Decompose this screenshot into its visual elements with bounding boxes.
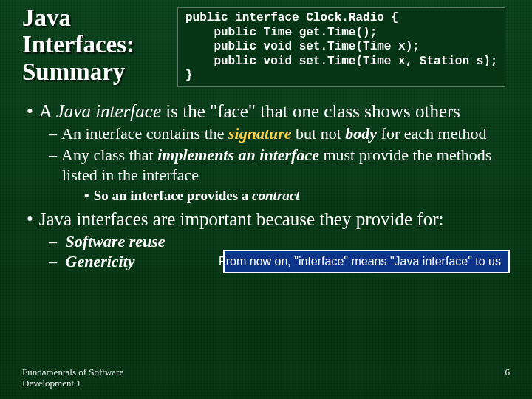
callout-box: From now on, "interface" means "Java int… bbox=[223, 250, 510, 273]
title-line-1: Java bbox=[22, 4, 71, 31]
term-java-interface: Java interface bbox=[56, 101, 161, 121]
dash-icon: – bbox=[49, 252, 61, 270]
bullet-2-sub-1: – Software reuse bbox=[62, 232, 217, 252]
code-sample: public interface Clock.Radio { public Ti… bbox=[177, 7, 505, 87]
term-signature: signature bbox=[228, 124, 292, 143]
bullet-1-sub-2-sub-1: •So an interface provides a contract bbox=[84, 187, 516, 204]
page-number: 6 bbox=[505, 367, 511, 389]
bullet-2-sub-2: – Genericity bbox=[62, 252, 217, 272]
footer-left: Fundamentals of Software Development 1 bbox=[22, 367, 123, 389]
bullet-dot-icon: • bbox=[27, 209, 39, 229]
bullet-1-sub-2: –Any class that implements an interface … bbox=[49, 146, 516, 185]
title-line-2: Interfaces: bbox=[22, 31, 134, 58]
code-line-3: public void set.Time(Time x); bbox=[185, 40, 420, 53]
footer: Fundamentals of Software Development 1 6 bbox=[22, 367, 510, 389]
term-implements: implements an interface bbox=[157, 146, 319, 164]
term-software-reuse: Software reuse bbox=[66, 232, 166, 250]
term-contract: contract bbox=[252, 188, 299, 203]
code-line-2: public Time get.Time(); bbox=[185, 26, 377, 39]
bullet-1: •A Java interface is the "face" that one… bbox=[16, 100, 516, 123]
dash-icon: – bbox=[49, 232, 61, 250]
dash-icon: – bbox=[49, 146, 61, 164]
code-line-4: public void set.Time(Time x, Station s); bbox=[185, 55, 497, 68]
slide-title: Java Interfaces: Summary bbox=[22, 3, 177, 85]
code-line-5: } bbox=[185, 69, 193, 82]
bullet-2: •Java interfaces are important because t… bbox=[16, 208, 516, 231]
term-body: body bbox=[345, 124, 377, 143]
bullet-1-sub-1: –An interface contains the signature but… bbox=[49, 124, 516, 144]
dash-icon: – bbox=[49, 124, 61, 143]
slide: Java Interfaces: Summary public interfac… bbox=[0, 0, 532, 399]
title-line-3: Summary bbox=[22, 58, 125, 85]
header-row: Java Interfaces: Summary public interfac… bbox=[0, 0, 532, 87]
bullet-2-sub-row: – Software reuse – Genericity From now o… bbox=[49, 232, 516, 273]
bullet-list: •A Java interface is the "face" that one… bbox=[0, 87, 532, 273]
bullet-dot-icon: • bbox=[84, 188, 94, 203]
code-line-1: public interface Clock.Radio { bbox=[185, 11, 398, 24]
term-genericity: Genericity bbox=[66, 252, 135, 270]
bullet-dot-icon: • bbox=[27, 101, 39, 121]
